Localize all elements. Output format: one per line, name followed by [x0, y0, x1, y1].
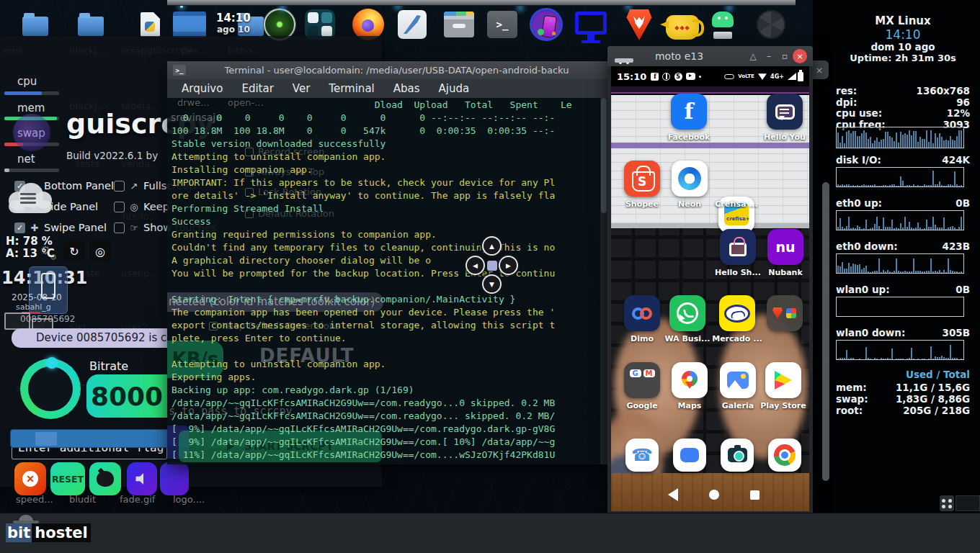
browser-notification-icon [662, 73, 670, 81]
shutter-icon[interactable] [754, 7, 788, 42]
moto-e13-window[interactable]: moto e13 △ – ▫ × 15:10 f S VoLTE 4G+ [607, 46, 813, 513]
guiscrcpy-build-label: Build v2022.6.1 by [66, 150, 158, 161]
mobile-network-indicator: 4G+ [770, 73, 784, 80]
app-mercado[interactable] [719, 295, 755, 331]
home-button[interactable] [709, 490, 719, 500]
app-shopee[interactable]: S [624, 161, 660, 197]
desktop-clock: 14:10 ago 10 [216, 12, 251, 35]
app-dimo[interactable] [624, 295, 660, 331]
conky-value: 980x553 [917, 85, 970, 96]
app-helloshop[interactable] [720, 229, 756, 265]
scrollbar[interactable] [822, 182, 829, 481]
app-nubank[interactable]: nu [767, 229, 803, 265]
meter-label-mem: mem [17, 102, 45, 114]
recents-button[interactable] [750, 490, 760, 500]
conky-label: eth0 up: [836, 197, 882, 209]
conky-value: 423B [943, 240, 970, 252]
app-label: Nubank [758, 268, 809, 277]
meter-label-net: net [17, 153, 35, 166]
featherpad-icon[interactable] [396, 7, 429, 42]
bitrate-dial[interactable] [20, 359, 81, 419]
toggle-keep[interactable]: ◎Keep [114, 201, 169, 212]
teapot-icon[interactable]: ◆◆◆ [666, 7, 699, 42]
minimize-button[interactable]: – [761, 51, 777, 61]
app-galeria[interactable] [720, 362, 756, 398]
date-widget: 2025-08-10 [12, 292, 62, 302]
display-icon[interactable] [574, 7, 607, 42]
github-button[interactable] [89, 462, 121, 495]
vpn-key-icon [724, 74, 734, 79]
meter-bar-cpu [4, 91, 59, 95]
terminal-line: /data/app/~~gqILcKFfcsAMIRaCH2G9Uw==/com… [172, 397, 572, 410]
dpad-down-button[interactable]: ▼ [482, 274, 502, 294]
dpad-center[interactable] [487, 261, 497, 271]
cpu-graph [836, 127, 964, 148]
back-button[interactable] [662, 488, 678, 501]
device-connected-status[interactable]: Device 0085705692 is con [12, 328, 167, 348]
conky-label: res: [836, 85, 857, 96]
restore-button[interactable]: ▫ [777, 51, 793, 61]
dpad-right-button[interactable]: ▶ [499, 256, 518, 275]
dock-camera[interactable] [721, 439, 754, 472]
dock-phone[interactable]: ☎ [625, 439, 659, 472]
terminal-line: Installing companion app. [172, 163, 572, 176]
reset-button[interactable]: RESET [50, 462, 85, 495]
dock-messages[interactable] [673, 439, 706, 472]
app-google-folder[interactable]: GM [624, 362, 660, 398]
rolled-up-window-bar[interactable] [167, 0, 796, 6]
conky-value: 0B [956, 284, 970, 295]
dpad-left-button[interactable]: ◀ [466, 256, 485, 275]
terminal-icon[interactable]: >_ [486, 7, 519, 42]
more-notifications-dot [699, 76, 701, 78]
terminal-line: Stable version downloaded successfully [172, 138, 572, 150]
desktop-icon-label: fade.gif [120, 494, 155, 505]
close-button[interactable]: × [793, 49, 807, 63]
dpad-up-button[interactable]: ▲ [482, 236, 502, 256]
moto-titlebar[interactable]: moto e13 △ – ▫ × [607, 46, 813, 66]
terminal-line: export contacts/messages to internal sto… [172, 319, 572, 332]
app-folder-mini[interactable] [767, 295, 803, 331]
app-neon[interactable] [672, 161, 708, 197]
gear-icon: ⚙ [50, 253, 57, 262]
app-playstore[interactable] [765, 362, 801, 398]
app-label: Play Store [756, 401, 809, 410]
target-button[interactable]: ◎ [89, 240, 111, 262]
app-label: WA Busi... [660, 334, 715, 343]
conky-label: root: [836, 405, 863, 416]
brave-icon[interactable] [623, 7, 656, 42]
conky-value: 205G / 218G [903, 405, 970, 416]
dock-chrome[interactable] [768, 439, 801, 472]
youtube-notification-icon [686, 73, 695, 80]
navigation-dpad[interactable]: ▲ ◀ ▶ ▼ [466, 236, 519, 294]
conky-label: wlan0 up: [836, 284, 890, 295]
phone-screen[interactable]: 15:10 f S VoLTE 4G+ fFacebookHello YouSS… [611, 66, 809, 511]
toggle-swipe-panel[interactable]: ✓✚Swipe Panel [14, 222, 107, 233]
conky-value: 12% [947, 107, 970, 119]
conky-value: 96 [956, 96, 970, 108]
meter-label-cpu: cpu [17, 75, 37, 88]
app-facebook[interactable]: f [671, 94, 707, 130]
terminal-line: Success [172, 215, 572, 228]
volte-indicator: VoLTE [738, 74, 754, 79]
grid-handle[interactable] [940, 495, 954, 511]
app-wabusiness[interactable] [669, 295, 705, 331]
app-helloyou[interactable] [767, 94, 803, 130]
conky-usage-header: Used / Total [906, 369, 970, 380]
signal-icon [788, 73, 796, 80]
widget-fragment [956, 495, 980, 511]
terminal-window[interactable]: srevinsaju nected (color id matches tool… [167, 61, 607, 464]
app-label: Hello You [757, 132, 809, 142]
desktop-icon-label: logo.... [173, 494, 205, 505]
quit-button[interactable]: ✕ [14, 462, 46, 495]
android-cast-icon[interactable] [706, 7, 739, 42]
guiscrcpy-icon[interactable] [530, 7, 563, 42]
file-archiver-icon[interactable] [442, 7, 476, 42]
pin-window-button[interactable]: △ [745, 51, 761, 61]
partial-button[interactable] [160, 462, 189, 495]
app-label: Mercado ... [710, 334, 765, 343]
app-maps[interactable] [672, 362, 708, 398]
conky-value: 305B [943, 327, 970, 338]
phone-status-bar: 15:10 f S VoLTE 4G+ [611, 66, 809, 86]
refresh-devices-button[interactable]: ↻ [63, 240, 85, 262]
audio-button[interactable] [127, 462, 157, 495]
